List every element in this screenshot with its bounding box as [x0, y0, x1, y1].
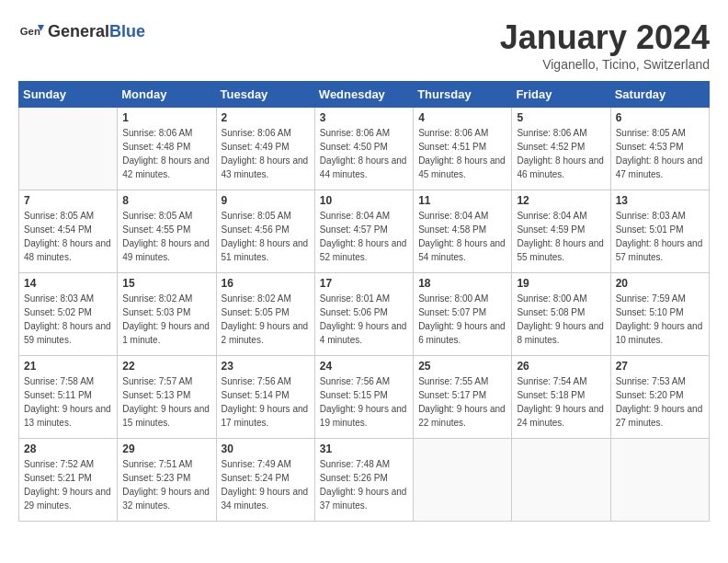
calendar-day-cell: 26Sunrise: 7:54 AMSunset: 5:18 PMDayligh…: [512, 356, 610, 439]
day-info: Sunrise: 7:52 AMSunset: 5:21 PMDaylight:…: [24, 457, 112, 512]
calendar-day-cell: 27Sunrise: 7:53 AMSunset: 5:20 PMDayligh…: [610, 356, 709, 439]
day-number: 12: [517, 194, 605, 207]
calendar-day-cell: 29Sunrise: 7:51 AMSunset: 5:23 PMDayligh…: [118, 439, 216, 522]
weekday-header-cell: Thursday: [414, 82, 512, 108]
day-number: 7: [24, 194, 112, 207]
calendar-subtitle: Viganello, Ticino, Switzerland: [500, 57, 710, 72]
day-number: 26: [517, 360, 605, 373]
calendar-day-cell: 20Sunrise: 7:59 AMSunset: 5:10 PMDayligh…: [610, 273, 709, 356]
weekday-header-cell: Monday: [118, 82, 216, 108]
calendar-week-row: 28Sunrise: 7:52 AMSunset: 5:21 PMDayligh…: [19, 439, 710, 522]
calendar-week-row: 14Sunrise: 8:03 AMSunset: 5:02 PMDayligh…: [19, 273, 710, 356]
calendar-title: January 2024: [500, 18, 710, 57]
day-number: 6: [616, 111, 704, 124]
day-info: Sunrise: 7:59 AMSunset: 5:10 PMDaylight:…: [616, 292, 704, 347]
calendar-day-cell: 1Sunrise: 8:06 AMSunset: 4:48 PMDaylight…: [118, 108, 216, 190]
calendar-day-cell: 17Sunrise: 8:01 AMSunset: 5:06 PMDayligh…: [314, 273, 413, 356]
calendar-day-cell: 31Sunrise: 7:48 AMSunset: 5:26 PMDayligh…: [314, 439, 413, 522]
day-number: 17: [320, 277, 408, 290]
calendar-body: 1Sunrise: 8:06 AMSunset: 4:48 PMDaylight…: [19, 108, 710, 522]
calendar-day-cell: 28Sunrise: 7:52 AMSunset: 5:21 PMDayligh…: [19, 439, 118, 522]
logo: Gen GeneralBlue: [18, 18, 145, 44]
day-info: Sunrise: 8:06 AMSunset: 4:52 PMDaylight:…: [517, 126, 605, 181]
calendar-day-cell: [512, 439, 610, 522]
weekday-header-cell: Saturday: [610, 82, 709, 108]
day-number: 1: [122, 111, 210, 124]
day-info: Sunrise: 8:06 AMSunset: 4:51 PMDaylight:…: [418, 126, 506, 181]
day-number: 16: [222, 277, 310, 290]
day-info: Sunrise: 8:04 AMSunset: 4:59 PMDaylight:…: [517, 209, 605, 264]
calendar-week-row: 7Sunrise: 8:05 AMSunset: 4:54 PMDaylight…: [19, 190, 710, 273]
day-info: Sunrise: 8:04 AMSunset: 4:58 PMDaylight:…: [418, 209, 506, 264]
day-info: Sunrise: 8:06 AMSunset: 4:50 PMDaylight:…: [320, 126, 408, 181]
day-number: 9: [222, 194, 310, 207]
calendar-day-cell: 30Sunrise: 7:49 AMSunset: 5:24 PMDayligh…: [216, 439, 314, 522]
day-info: Sunrise: 8:02 AMSunset: 5:05 PMDaylight:…: [222, 292, 310, 347]
day-number: 28: [24, 442, 112, 455]
calendar-day-cell: 23Sunrise: 7:56 AMSunset: 5:14 PMDayligh…: [216, 356, 314, 439]
day-number: 10: [320, 194, 408, 207]
day-number: 21: [24, 360, 112, 373]
day-info: Sunrise: 7:56 AMSunset: 5:14 PMDaylight:…: [222, 374, 310, 430]
logo-text-blue: Blue: [109, 22, 145, 40]
day-info: Sunrise: 8:05 AMSunset: 4:56 PMDaylight:…: [222, 209, 310, 264]
calendar-day-cell: 25Sunrise: 7:55 AMSunset: 5:17 PMDayligh…: [414, 356, 512, 439]
calendar-day-cell: 18Sunrise: 8:00 AMSunset: 5:07 PMDayligh…: [414, 273, 512, 356]
day-info: Sunrise: 8:04 AMSunset: 4:57 PMDaylight:…: [320, 209, 408, 264]
day-info: Sunrise: 8:03 AMSunset: 5:01 PMDaylight:…: [616, 209, 704, 264]
day-number: 30: [222, 442, 310, 455]
logo-text-general: General: [48, 22, 109, 40]
day-number: 29: [122, 442, 210, 455]
day-info: Sunrise: 8:03 AMSunset: 5:02 PMDaylight:…: [24, 292, 112, 347]
page-header: Gen GeneralBlue January 2024 Viganello, …: [18, 18, 710, 72]
calendar-day-cell: 5Sunrise: 8:06 AMSunset: 4:52 PMDaylight…: [512, 108, 610, 190]
svg-text:Gen: Gen: [20, 26, 40, 37]
calendar-day-cell: [414, 439, 512, 522]
day-info: Sunrise: 7:53 AMSunset: 5:20 PMDaylight:…: [616, 374, 704, 430]
weekday-header-row: SundayMondayTuesdayWednesdayThursdayFrid…: [19, 82, 710, 108]
calendar-table: SundayMondayTuesdayWednesdayThursdayFrid…: [18, 81, 710, 522]
day-number: 24: [320, 360, 408, 373]
day-number: 23: [222, 360, 310, 373]
calendar-day-cell: 10Sunrise: 8:04 AMSunset: 4:57 PMDayligh…: [314, 190, 413, 273]
calendar-day-cell: 7Sunrise: 8:05 AMSunset: 4:54 PMDaylight…: [19, 190, 118, 273]
day-number: 19: [517, 277, 605, 290]
calendar-day-cell: 21Sunrise: 7:58 AMSunset: 5:11 PMDayligh…: [19, 356, 118, 439]
title-section: January 2024 Viganello, Ticino, Switzerl…: [500, 18, 710, 72]
day-number: 15: [122, 277, 210, 290]
day-info: Sunrise: 8:01 AMSunset: 5:06 PMDaylight:…: [320, 292, 408, 347]
calendar-week-row: 1Sunrise: 8:06 AMSunset: 4:48 PMDaylight…: [19, 108, 710, 190]
day-info: Sunrise: 8:00 AMSunset: 5:07 PMDaylight:…: [418, 292, 506, 347]
calendar-day-cell: 9Sunrise: 8:05 AMSunset: 4:56 PMDaylight…: [216, 190, 314, 273]
weekday-header-cell: Friday: [512, 82, 610, 108]
day-number: 13: [616, 194, 704, 207]
day-number: 27: [616, 360, 704, 373]
day-info: Sunrise: 8:06 AMSunset: 4:48 PMDaylight:…: [122, 126, 210, 181]
day-info: Sunrise: 7:56 AMSunset: 5:15 PMDaylight:…: [320, 374, 408, 430]
day-info: Sunrise: 7:58 AMSunset: 5:11 PMDaylight:…: [24, 374, 112, 430]
calendar-day-cell: 6Sunrise: 8:05 AMSunset: 4:53 PMDaylight…: [610, 108, 709, 190]
calendar-day-cell: 24Sunrise: 7:56 AMSunset: 5:15 PMDayligh…: [314, 356, 413, 439]
day-info: Sunrise: 8:00 AMSunset: 5:08 PMDaylight:…: [517, 292, 605, 347]
calendar-day-cell: 8Sunrise: 8:05 AMSunset: 4:55 PMDaylight…: [118, 190, 216, 273]
day-info: Sunrise: 8:05 AMSunset: 4:53 PMDaylight:…: [616, 126, 704, 181]
day-info: Sunrise: 8:06 AMSunset: 4:49 PMDaylight:…: [222, 126, 310, 181]
day-number: 4: [418, 111, 506, 124]
day-number: 3: [320, 111, 408, 124]
day-number: 18: [418, 277, 506, 290]
day-info: Sunrise: 7:49 AMSunset: 5:24 PMDaylight:…: [222, 457, 310, 512]
calendar-day-cell: 13Sunrise: 8:03 AMSunset: 5:01 PMDayligh…: [610, 190, 709, 273]
calendar-day-cell: 15Sunrise: 8:02 AMSunset: 5:03 PMDayligh…: [118, 273, 216, 356]
calendar-week-row: 21Sunrise: 7:58 AMSunset: 5:11 PMDayligh…: [19, 356, 710, 439]
calendar-day-cell: 4Sunrise: 8:06 AMSunset: 4:51 PMDaylight…: [414, 108, 512, 190]
calendar-day-cell: 19Sunrise: 8:00 AMSunset: 5:08 PMDayligh…: [512, 273, 610, 356]
day-info: Sunrise: 7:57 AMSunset: 5:13 PMDaylight:…: [122, 374, 210, 430]
day-number: 2: [222, 111, 310, 124]
calendar-day-cell: 14Sunrise: 8:03 AMSunset: 5:02 PMDayligh…: [19, 273, 118, 356]
day-number: 8: [122, 194, 210, 207]
calendar-day-cell: 16Sunrise: 8:02 AMSunset: 5:05 PMDayligh…: [216, 273, 314, 356]
weekday-header-cell: Wednesday: [314, 82, 413, 108]
weekday-header-cell: Sunday: [19, 82, 118, 108]
day-info: Sunrise: 8:05 AMSunset: 4:55 PMDaylight:…: [122, 209, 210, 264]
day-info: Sunrise: 7:48 AMSunset: 5:26 PMDaylight:…: [320, 457, 408, 512]
